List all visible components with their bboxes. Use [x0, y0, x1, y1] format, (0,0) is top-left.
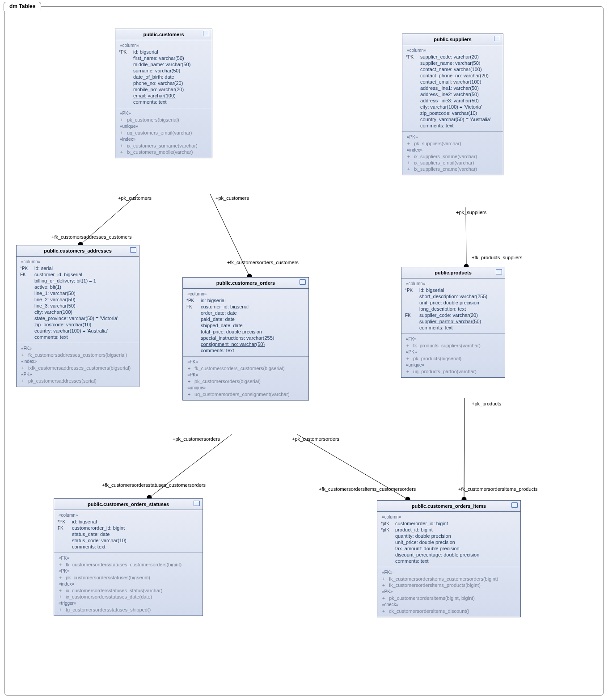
entity-title: public.customers_orders_statuses [88, 502, 169, 507]
table-icon [194, 501, 200, 506]
label-fk-customersordersitems-customersorders: +fk_customersordersitems_customersorders [319, 486, 416, 492]
entity-header: public.suppliers [402, 34, 503, 45]
label-fk-customersorders-customers: +fk_customersorders_customers [227, 260, 299, 265]
label-pk-customers-2: +pk_customers [215, 195, 249, 201]
entity-title: public.customers_orders_items [412, 503, 486, 509]
frame-tab: dm Tables [4, 2, 41, 11]
entity-customers-orders-statuses[interactable]: public.customers_orders_statuses «column… [54, 498, 203, 616]
entity-customers-addresses[interactable]: public.customers_addresses «column» *PKi… [16, 245, 139, 387]
entity-customers-orders[interactable]: public.customers_orders «column» *PKid: … [182, 277, 309, 401]
columns-section: «column» *pfKcustomerorder_id: bigint *p… [377, 512, 520, 567]
columns-section: «column» *PKsupplier_code: varchar(20) s… [402, 45, 503, 131]
table-icon [511, 502, 518, 508]
entity-title: public.customers [143, 32, 184, 37]
table-icon [494, 36, 500, 41]
keys-section: «PK» +pk_suppliers(varchar) «index» +ix_… [402, 131, 503, 175]
label-fk-customersaddresses-customers: +fk_customersaddresses_customers [51, 234, 131, 240]
label-fk-products-suppliers: +fk_products_suppliers [472, 255, 522, 260]
columns-section: «column» *PKid: bigserial FKcustomerorde… [54, 510, 203, 552]
entity-header: public.products [401, 267, 505, 278]
label-pk-customersorders-2: +pk_customersorders [292, 436, 339, 442]
columns-section: «column» *PKid: bigserial short_descript… [401, 278, 505, 333]
stereotype: «column» [119, 42, 208, 49]
keys-section: «FK» +fk_customersordersstatuses_custome… [54, 552, 203, 616]
columns-section: «column» *PKid: bigserial first_name: va… [115, 40, 212, 108]
columns-section: «column» *PKid: bigserial FKcustomer_id:… [183, 289, 308, 356]
entity-header: public.customers [115, 29, 212, 40]
label-pk-customersorders-1: +pk_customersorders [173, 436, 220, 442]
table-icon [496, 269, 502, 274]
table-icon [203, 31, 209, 36]
label-pk-suppliers: +pk_suppliers [456, 210, 486, 215]
keys-section: «FK» +fk_customersordersitems_customerso… [377, 567, 520, 617]
label-fk-customersordersstatuses-customersorders: +fk_customersordersstatuses_customersord… [102, 482, 206, 488]
keys-section: «FK» +fk_products_suppliers(varchar) «PK… [401, 333, 505, 377]
entity-header: public.customers_orders [183, 278, 308, 289]
keys-section: «FK» +fk_customersorders_customers(bigse… [183, 356, 308, 400]
table-icon [130, 247, 136, 253]
label-pk-customers-1: +pk_customers [118, 195, 152, 201]
entity-header: public.customers_addresses [17, 245, 139, 257]
entity-customers[interactable]: public.customers «column» *PKid: bigseri… [115, 29, 212, 158]
entity-title: public.customers_orders [216, 280, 275, 286]
label-pk-products: +pk_products [472, 401, 501, 406]
entity-title: public.products [435, 270, 472, 275]
entity-products[interactable]: public.products «column» *PKid: bigseria… [401, 267, 505, 378]
label-fk-customersordersitems-products: +fk_customersordersitems_products [458, 486, 538, 492]
entity-suppliers[interactable]: public.suppliers «column» *PKsupplier_co… [402, 34, 503, 175]
entity-customers-orders-items[interactable]: public.customers_orders_items «column» *… [377, 500, 521, 617]
entity-title: public.suppliers [434, 37, 471, 42]
entity-title: public.customers_addresses [44, 248, 112, 253]
table-icon [300, 279, 306, 285]
columns-section: «column» *PKid: serial FKcustomer_id: bi… [17, 257, 139, 343]
entity-header: public.customers_orders_items [377, 501, 520, 512]
entity-header: public.customers_orders_statuses [54, 499, 203, 510]
keys-section: «PK» +pk_customers(bigserial) «unique» +… [115, 108, 212, 158]
keys-section: «FK» +fk_customersaddresses_customers(bi… [17, 343, 139, 387]
diagram-canvas[interactable]: dm Tables +pk_customers +pk_customers +f… [0, 0, 608, 700]
